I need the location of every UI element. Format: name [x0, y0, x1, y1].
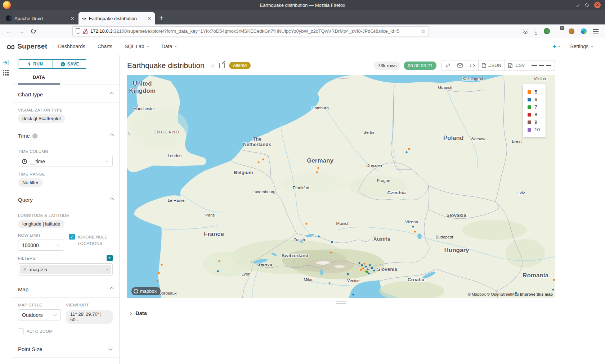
window-minimize-icon[interactable]: [576, 3, 579, 7]
panel-resize-handle[interactable]: [127, 301, 555, 304]
earthquake-point[interactable]: [158, 272, 160, 274]
earthquake-point[interactable]: [414, 231, 416, 232]
section-map[interactable]: Map: [18, 280, 113, 297]
earthquake-point[interactable]: [358, 262, 360, 264]
earthquake-point[interactable]: [161, 264, 162, 265]
legend-item[interactable]: 5: [528, 88, 540, 96]
lonlat-value[interactable]: longitude | latitude: [18, 220, 64, 228]
dataset-grid-icon[interactable]: [3, 70, 9, 76]
browser-tab-earthquake-distribution[interactable]: ∞ Earthquake distribution ✕: [79, 12, 155, 24]
earthquake-point[interactable]: [371, 267, 373, 269]
earthquake-point[interactable]: [262, 158, 264, 160]
earthquake-point[interactable]: [218, 260, 220, 262]
earthquake-point[interactable]: [514, 298, 516, 298]
add-filter-button[interactable]: +: [107, 255, 113, 261]
embed-code-button[interactable]: [466, 60, 479, 71]
superset-logo[interactable]: ∞ Superset: [6, 41, 47, 52]
add-new-button[interactable]: +: [552, 42, 561, 50]
attribution-text[interactable]: © Mapbox © OpenStreetMap: [468, 292, 519, 296]
tab-data[interactable]: DATA: [18, 74, 60, 85]
nav-item-sql-lab[interactable]: SQL Lab: [125, 44, 149, 49]
earthquake-point[interactable]: [317, 167, 319, 169]
run-button[interactable]: RUN: [18, 60, 53, 68]
legend-item[interactable]: 7: [528, 103, 540, 111]
time-range-value[interactable]: No filter: [18, 178, 43, 187]
bookmark-star-icon[interactable]: ☆: [421, 28, 426, 35]
tab-close-icon[interactable]: ✕: [147, 16, 151, 21]
pinwheel-extension-icon[interactable]: [581, 28, 587, 34]
earthquake-point[interactable]: [366, 271, 368, 273]
ignore-null-checkbox[interactable]: ✓: [69, 234, 75, 240]
deckgl-map[interactable]: United KingdomGermanyPolandFranceHungary…: [127, 75, 555, 298]
earthquake-point[interactable]: [363, 263, 365, 264]
remove-filter-icon[interactable]: ✕: [20, 267, 30, 272]
earthquake-point[interactable]: [328, 282, 330, 284]
tracking-shield-icon[interactable]: [76, 28, 80, 34]
mapbox-logo[interactable]: mapbox: [131, 287, 161, 295]
earthquake-point[interactable]: [330, 251, 332, 253]
adblock-shield-icon[interactable]: 2: [556, 28, 562, 35]
map-style-select[interactable]: Outdoors: [18, 309, 61, 320]
earthquake-point[interactable]: [156, 280, 158, 282]
url-bar[interactable]: 172.18.0.3:32108/superset/explore/?form_…: [72, 26, 429, 36]
copy-link-button[interactable]: [442, 60, 454, 71]
reload-icon[interactable]: [30, 28, 36, 34]
tab-close-icon[interactable]: ✕: [71, 16, 75, 21]
downloads-icon[interactable]: ↓: [535, 28, 538, 35]
filter-chip[interactable]: ✕ mag > 5 ›: [20, 265, 111, 274]
earthquake-point[interactable]: [257, 161, 259, 163]
improve-map-link[interactable]: Improve this map: [520, 292, 553, 296]
earthquake-point[interactable]: [352, 294, 354, 295]
chevron-right-icon[interactable]: ›: [103, 267, 111, 272]
earthquake-point[interactable]: [368, 272, 369, 274]
forward-icon[interactable]: →: [16, 28, 27, 35]
earthquake-point[interactable]: [362, 267, 364, 269]
section-point-size[interactable]: Point Size: [18, 340, 113, 357]
save-button[interactable]: SAVE: [53, 60, 87, 68]
earthquake-point[interactable]: [369, 264, 371, 266]
earthquake-point[interactable]: [360, 269, 362, 270]
export-json-button[interactable]: .JSON: [478, 60, 505, 71]
favorite-star-icon[interactable]: ☆: [210, 62, 215, 69]
window-maximize-icon[interactable]: [584, 3, 589, 8]
edit-pencil-icon[interactable]: [219, 63, 225, 68]
cookie-extension-icon[interactable]: [569, 28, 574, 34]
url-text[interactable]: 172.18.0.3:32108/superset/explore/?form_…: [90, 28, 418, 34]
legend-item[interactable]: 8: [528, 111, 540, 118]
earthquake-point[interactable]: [412, 226, 414, 227]
earthquake-point[interactable]: [365, 265, 367, 267]
earthquake-point[interactable]: [552, 288, 554, 290]
export-csv-button[interactable]: .CSV: [505, 60, 528, 71]
firefox-menu-icon[interactable]: [593, 28, 599, 35]
section-time[interactable]: Timei: [18, 126, 113, 144]
earthquake-point[interactable]: [316, 171, 318, 173]
earthquake-point[interactable]: [217, 270, 219, 272]
earthquake-point[interactable]: [408, 148, 410, 150]
nav-item-data[interactable]: Data: [162, 44, 178, 49]
auto-zoom-checkbox[interactable]: [18, 328, 24, 334]
chart-menu-button[interactable]: [528, 60, 555, 71]
viewport-value[interactable]: 11° 28' 29.70" | 50...: [66, 310, 113, 324]
nav-item-charts[interactable]: Charts: [98, 44, 112, 49]
earthquake-point[interactable]: [361, 264, 363, 266]
earthquake-point[interactable]: [318, 235, 319, 237]
expand-panel-icon[interactable]: [3, 60, 9, 65]
new-tab-button[interactable]: +: [155, 14, 168, 24]
earthquake-point[interactable]: [405, 151, 407, 153]
earthquake-point[interactable]: [331, 241, 333, 243]
section-query[interactable]: Query: [18, 190, 113, 208]
nav-item-dashboards[interactable]: Dashboards: [58, 44, 85, 49]
legend-item[interactable]: 9: [528, 118, 540, 126]
earthquake-point[interactable]: [367, 268, 368, 270]
earthquake-point[interactable]: [305, 223, 307, 224]
data-section-toggle[interactable]: › Data: [127, 310, 605, 317]
insecure-lock-icon[interactable]: [83, 29, 88, 34]
browser-tab-apache-druid[interactable]: Apache Druid ✕: [2, 12, 79, 24]
settings-menu[interactable]: Settings: [570, 44, 593, 49]
earthquake-point[interactable]: [553, 279, 555, 281]
section-chart-type[interactable]: Chart type: [18, 85, 113, 103]
window-close-icon[interactable]: ✕: [594, 2, 601, 8]
viz-type-value[interactable]: deck.gl Scatterplot: [18, 114, 65, 123]
row-limit-select[interactable]: 100000: [18, 240, 64, 251]
email-button[interactable]: [454, 60, 466, 71]
